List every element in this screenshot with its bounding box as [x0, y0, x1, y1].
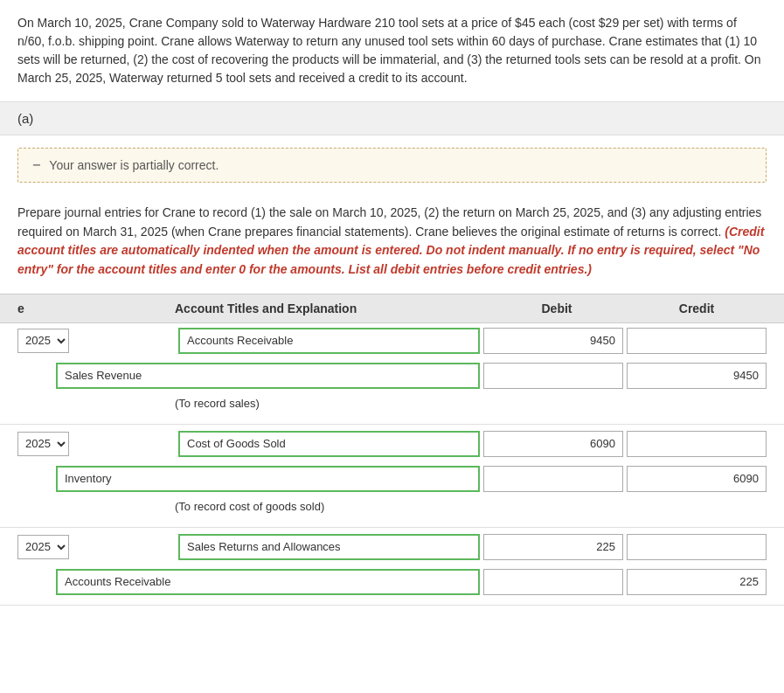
credit-cell-3b[interactable]	[627, 569, 767, 595]
credit-cell-2b[interactable]	[627, 466, 767, 492]
account-input-1b[interactable]	[56, 363, 480, 389]
account-cell-1b[interactable]	[56, 363, 480, 389]
table-row	[0, 565, 784, 599]
answer-status-text: Your answer is partially correct.	[49, 158, 219, 172]
table-header: e Account Titles and Explanation Debit C…	[0, 294, 784, 323]
credit-input-3a[interactable]	[627, 534, 767, 560]
debit-cell-1a[interactable]	[483, 328, 623, 354]
instructions: Prepare journal entries for Crane to rec…	[0, 195, 784, 285]
debit-input-1b[interactable]	[483, 363, 623, 389]
credit-cell-3a[interactable]	[627, 534, 767, 560]
credit-cell-2a[interactable]	[627, 431, 767, 457]
account-input-3a[interactable]	[178, 534, 480, 560]
table-row: 2025	[0, 530, 784, 565]
debit-cell-3a[interactable]	[483, 534, 623, 560]
date-cell-3: 2025	[17, 535, 175, 559]
date-cell-2: 2025	[17, 432, 175, 456]
account-cell-3b[interactable]	[56, 569, 480, 595]
credit-input-2b[interactable]	[627, 466, 767, 492]
table-row	[0, 461, 784, 496]
entry-group-1: 2025 (To record sales)	[0, 323, 784, 425]
account-cell-3a[interactable]	[178, 534, 480, 560]
date-select-3[interactable]: 2025	[17, 535, 69, 559]
debit-input-2b[interactable]	[483, 466, 623, 492]
date-cell-1: 2025	[17, 329, 175, 353]
account-cell-1a[interactable]	[178, 328, 480, 354]
debit-cell-1b[interactable]	[483, 363, 623, 389]
credit-input-3b[interactable]	[627, 569, 767, 595]
minus-icon: −	[32, 157, 40, 173]
header-credit: Credit	[627, 301, 767, 315]
credit-cell-1b[interactable]	[627, 363, 767, 389]
entry-group-3: 2025	[0, 530, 784, 606]
table-row: 2025	[0, 323, 784, 358]
section-label: (a)	[0, 102, 784, 135]
note-2: (To record cost of goods sold)	[0, 496, 784, 522]
debit-input-3a[interactable]	[483, 534, 623, 560]
header-date: e	[17, 301, 175, 315]
entry-group-2: 2025 (To record cost of goods sold)	[0, 426, 784, 528]
credit-cell-1a[interactable]	[627, 328, 767, 354]
credit-input-2a[interactable]	[627, 431, 767, 457]
date-select-1[interactable]: 2025	[17, 329, 69, 353]
debit-input-3b[interactable]	[483, 569, 623, 595]
account-cell-2b[interactable]	[56, 466, 480, 492]
table-row	[0, 358, 784, 393]
account-input-1a[interactable]	[178, 328, 480, 354]
debit-input-1a[interactable]	[483, 328, 623, 354]
instructions-main: Prepare journal entries for Crane to rec…	[17, 205, 761, 239]
debit-cell-2a[interactable]	[483, 431, 623, 457]
credit-input-1b[interactable]	[627, 363, 767, 389]
account-input-2a[interactable]	[178, 431, 480, 457]
account-input-2b[interactable]	[56, 466, 480, 492]
account-input-3b[interactable]	[56, 569, 480, 595]
debit-input-2a[interactable]	[483, 431, 623, 457]
problem-text: On March 10, 2025, Crane Company sold to…	[0, 0, 784, 102]
note-1: (To record sales)	[0, 393, 784, 419]
debit-cell-3b[interactable]	[483, 569, 623, 595]
table-row: 2025	[0, 426, 784, 461]
header-account: Account Titles and Explanation	[175, 301, 487, 315]
header-debit: Debit	[487, 301, 627, 315]
date-select-2[interactable]: 2025	[17, 432, 69, 456]
credit-input-1a[interactable]	[627, 328, 767, 354]
account-cell-2a[interactable]	[178, 431, 480, 457]
answer-status-box: − Your answer is partially correct.	[17, 148, 767, 183]
debit-cell-2b[interactable]	[483, 466, 623, 492]
